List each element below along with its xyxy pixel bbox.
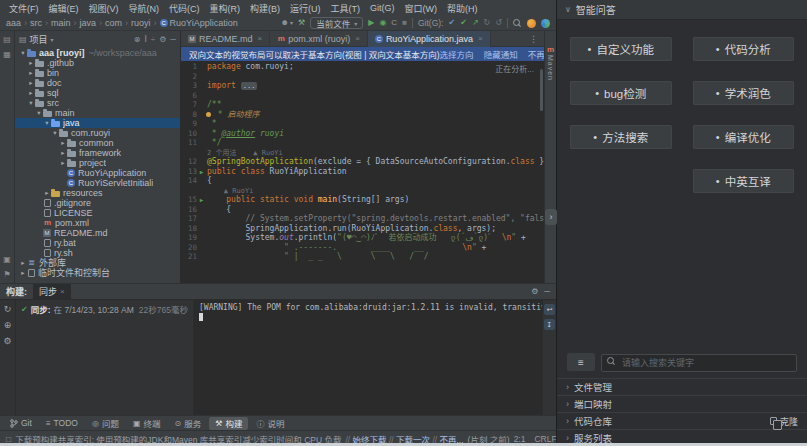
menu-item[interactable]: 帮助(H) xyxy=(442,2,483,15)
plugin-icon[interactable] xyxy=(527,19,536,28)
panel-section[interactable]: ›代码仓库克隆 xyxy=(557,412,807,429)
tool-git[interactable]: Git xyxy=(4,417,38,430)
project-stripe-icon[interactable]: ▤ xyxy=(3,35,11,44)
hammer-icon[interactable]: ⚒ xyxy=(298,19,305,27)
tree-item[interactable]: .gitignore xyxy=(15,198,180,208)
banner-action-link[interactable]: 选择方向 xyxy=(440,48,474,60)
breadcrumb-item[interactable]: java xyxy=(80,18,97,28)
code-line[interactable]: 10 * @author ruoyi xyxy=(181,129,544,139)
expand-all-icon[interactable]: Ⅰ xyxy=(144,35,146,44)
code-line[interactable]: 3import ... xyxy=(181,81,544,91)
history-icon[interactable]: ↻ xyxy=(484,19,491,27)
tree-item[interactable]: LICENSE xyxy=(15,208,180,218)
tool-terminal[interactable]: ▣终端 xyxy=(127,417,167,430)
tab-close-icon[interactable]: × xyxy=(478,34,483,43)
tool-services[interactable]: ⊙服务 xyxy=(169,417,208,430)
menu-item[interactable]: 编辑(E) xyxy=(44,2,84,15)
run-icon[interactable]: ▶ xyxy=(368,19,374,27)
code-line[interactable]: 1package com.ruoyi; xyxy=(181,62,544,72)
tree-item[interactable]: CRuoYiServletInitiali xyxy=(15,178,180,188)
code-editor[interactable]: 正在分析... 1package com.ruoyi;23import ...6… xyxy=(181,61,544,283)
resync-icon[interactable]: ↻ xyxy=(4,304,12,314)
folders-stripe-icon[interactable]: ▦ xyxy=(3,50,11,59)
tree-item[interactable]: ▸resources xyxy=(15,188,180,198)
run-config-select[interactable]: 当前文件▾ xyxy=(310,17,363,29)
tree-item[interactable]: ▸common xyxy=(15,138,180,148)
code-line[interactable]: 11 */ xyxy=(181,138,544,148)
code-line[interactable]: 9 * xyxy=(181,119,544,129)
hide-icon[interactable]: ─ xyxy=(544,287,550,296)
user-icon[interactable]: ☻▾ xyxy=(281,19,293,27)
breadcrumb-item[interactable]: aaa xyxy=(6,18,21,28)
menu-item[interactable]: Git(G) xyxy=(365,3,400,13)
collapse-all-icon[interactable]: ÷ xyxy=(151,35,155,44)
ai-plugin-icon[interactable] xyxy=(541,19,550,28)
tree-item[interactable]: ▾com.ruoyi xyxy=(15,128,180,138)
tool-build[interactable]: ⚒构建 xyxy=(209,417,248,430)
menu-item[interactable]: 构建(B) xyxy=(245,2,285,15)
filter-icon[interactable]: ⚙ xyxy=(3,336,11,346)
tree-item[interactable]: ry.bat xyxy=(15,238,180,248)
settings-icon[interactable]: ⚙ xyxy=(531,287,538,296)
pin-icon[interactable]: ⊕ xyxy=(4,320,12,330)
code-line[interactable]: 21 " | _ _ \ \ \ / / xyxy=(181,252,544,262)
code-line[interactable]: 7/** xyxy=(181,100,544,110)
menu-item[interactable]: 视图(V) xyxy=(84,2,124,15)
code-line[interactable]: 19 System.out.println("(♥◠‿◠)ﾉﾞ 若依启动成功 ლ… xyxy=(181,233,544,243)
tree-item[interactable]: mpom.xml xyxy=(15,218,180,228)
tree-item[interactable]: ry.sh xyxy=(15,248,180,258)
tree-item[interactable]: ▸framework xyxy=(15,148,180,158)
caret-position[interactable]: 2:1 xyxy=(514,434,526,444)
tool-notes[interactable]: ⓘ说明 xyxy=(250,417,290,430)
tree-item[interactable]: ▸bin xyxy=(15,68,180,78)
panel-collapse-button[interactable]: › xyxy=(545,209,557,225)
feature-button[interactable]: •编译优化 xyxy=(693,125,795,149)
tool-todo[interactable]: ≡TODO xyxy=(40,417,84,430)
code-line[interactable]: 17 // System.setProperty("spring.devtool… xyxy=(181,214,544,224)
code-line[interactable]: 15▶ public static void main(String[] arg… xyxy=(181,195,544,205)
tree-item[interactable]: ▸sql xyxy=(15,88,180,98)
feature-button[interactable]: •中英互译 xyxy=(693,169,795,193)
soft-wrap-icon[interactable]: ↩ xyxy=(544,304,555,315)
settings-icon[interactable]: ⚙ xyxy=(159,35,166,44)
editor-tab[interactable]: MREADME.md× xyxy=(181,31,270,47)
coverage-icon[interactable]: C xyxy=(391,19,397,27)
menu-item[interactable]: 运行(U) xyxy=(285,2,326,15)
editor-tab[interactable]: CRuoYiApplication.java× xyxy=(368,31,491,47)
run-line-icon[interactable]: ▶ xyxy=(198,195,205,205)
feature-button[interactable]: •学术润色 xyxy=(693,81,795,105)
build-console[interactable]: [WARNING] The POM for com.alibaba:druid:… xyxy=(194,300,542,415)
debug-icon[interactable]: ◉ xyxy=(379,19,386,27)
menu-item[interactable]: 窗口(W) xyxy=(400,2,443,15)
menu-item[interactable]: 重构(R) xyxy=(205,2,246,15)
editor-tab[interactable]: mpom.xml (ruoyi)× xyxy=(270,31,368,47)
breadcrumb-item[interactable]: CRuoYiApplication xyxy=(160,18,238,28)
code-line[interactable]: 13▶public class RuoYiApplication xyxy=(181,167,544,177)
code-line[interactable]: 2 个用法 ▲ RuoYi xyxy=(181,148,544,158)
editor-options-icon[interactable]: ⋮ xyxy=(523,34,544,44)
code-line[interactable]: 14{ xyxy=(181,176,544,186)
tree-item[interactable]: ▾src xyxy=(15,98,180,108)
locate-icon[interactable]: ⊗ xyxy=(134,35,141,44)
breadcrumb-item[interactable]: com xyxy=(105,18,122,28)
tree-item[interactable]: ▸doc xyxy=(15,78,180,88)
feature-button[interactable]: •方法搜索 xyxy=(570,125,672,149)
code-line[interactable]: 2 xyxy=(181,72,544,82)
build-stripe-icon[interactable]: ▣ xyxy=(3,255,11,264)
chevron-down-icon[interactable]: ▾ xyxy=(51,36,54,43)
menu-item[interactable]: 工具(T) xyxy=(326,2,366,15)
intention-bulb-icon[interactable] xyxy=(206,112,211,117)
editor-scrollbar[interactable] xyxy=(540,69,543,111)
maven-tool-tab[interactable]: m Maven xyxy=(547,45,554,81)
feature-button[interactable]: •自定义功能 xyxy=(570,37,672,61)
code-line[interactable]: 18 SpringApplication.run(RuoYiApplicatio… xyxy=(181,224,544,234)
banner-action-link[interactable]: 隐藏通知 xyxy=(484,48,518,60)
rollback-icon[interactable]: ↺ xyxy=(495,19,502,27)
tree-item[interactable]: ▸≣外部库 xyxy=(15,258,180,268)
update-project-icon[interactable]: ✔ xyxy=(448,19,455,27)
tree-item[interactable]: ▸.github xyxy=(15,58,180,68)
code-line[interactable]: 12@SpringBootApplication(exclude = { Dat… xyxy=(181,157,544,167)
menu-item[interactable]: 导航(N) xyxy=(124,2,165,15)
menu-button[interactable]: ≡ xyxy=(567,353,595,371)
panel-section[interactable]: ›文件管理 xyxy=(557,378,807,395)
